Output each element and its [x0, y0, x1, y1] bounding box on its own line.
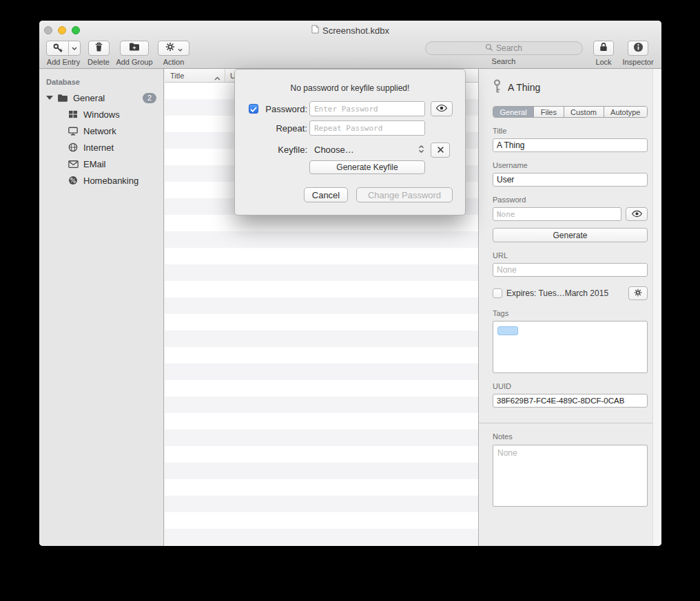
sidebar-item-windows[interactable]: Windows — [39, 106, 163, 123]
document-proxy-icon — [311, 25, 319, 36]
search-icon — [485, 42, 493, 54]
toolbar-action: Action — [158, 41, 189, 66]
lock-button[interactable] — [593, 41, 614, 56]
add-entry-label: Add Entry — [44, 58, 83, 66]
inspector-header: A Thing — [493, 80, 648, 95]
expires-settings-button[interactable] — [628, 286, 648, 300]
clear-keyfile-button[interactable] — [431, 143, 450, 158]
search-input[interactable]: Search — [425, 41, 583, 55]
dialog-repeat-input[interactable] — [309, 120, 425, 136]
change-password-button[interactable]: Change Password — [356, 187, 453, 202]
globe-icon — [67, 143, 79, 152]
sidebar-item-internet[interactable]: Internet — [39, 139, 163, 156]
delete-button[interactable] — [88, 41, 110, 56]
lock-label: Lock — [592, 58, 615, 66]
url-field[interactable] — [493, 263, 648, 277]
inspector-button[interactable] — [628, 41, 648, 56]
sidebar-item-label: Network — [83, 126, 116, 136]
url-field-label: URL — [493, 251, 648, 260]
expires-label: Expires: Tues…March 2015 — [506, 288, 624, 298]
sidebar: Database General 2 Windows Network Inter… — [39, 69, 164, 546]
add-entry-dropdown-button[interactable] — [68, 41, 80, 55]
windows-icon — [67, 110, 79, 118]
key-plus-icon — [47, 41, 68, 55]
keyfile-popup-button[interactable]: Choose… — [314, 145, 354, 155]
tab-autotype[interactable]: Autotype — [604, 107, 648, 117]
sidebar-item-general[interactable]: General 2 — [39, 89, 163, 106]
sidebar-item-label: Windows — [83, 109, 120, 120]
window-title: Screenshot.kdbx — [322, 25, 389, 36]
app-window: Screenshot.kdbx Add Entry Delete Add Gro… — [39, 21, 661, 546]
inspector-scrollbar[interactable] — [652, 69, 661, 546]
dialog-message: No password or keyfile supplied! — [235, 83, 465, 93]
tag-pill[interactable] — [497, 326, 518, 335]
toolbar-lock: Lock — [592, 41, 615, 66]
search-placeholder: Search — [496, 43, 522, 53]
action-button[interactable] — [158, 41, 189, 56]
add-entry-button[interactable] — [46, 41, 81, 56]
toolbar-search: Search Search — [424, 41, 584, 65]
gear-icon — [165, 42, 175, 54]
tags-box[interactable] — [493, 321, 648, 373]
tab-files[interactable]: Files — [534, 107, 564, 117]
close-icon — [437, 144, 444, 156]
dialog-password-input[interactable] — [309, 101, 425, 116]
folder-icon — [56, 94, 69, 103]
generate-password-button[interactable]: Generate — [493, 228, 648, 242]
show-password-button[interactable] — [626, 207, 648, 221]
expires-checkbox[interactable] — [493, 288, 502, 298]
disclosure-triangle-icon[interactable] — [46, 96, 53, 100]
title-field[interactable] — [493, 138, 648, 152]
folder-plus-icon — [129, 42, 140, 54]
uuid-field[interactable] — [493, 394, 648, 408]
sidebar-item-label: Internet — [83, 143, 114, 153]
dialog-password-label: Password: — [235, 104, 307, 114]
eye-icon — [435, 103, 448, 115]
add-group-label: Add Group — [114, 58, 155, 66]
uuid-label: UUID — [493, 382, 648, 390]
stepper-icon[interactable] — [418, 144, 424, 156]
inspector-tabs: General Files Custom Autotype — [493, 106, 648, 118]
username-field[interactable] — [493, 173, 648, 187]
sort-ascending-icon — [214, 74, 220, 82]
tab-custom[interactable]: Custom — [564, 107, 604, 117]
chevron-down-icon — [178, 42, 183, 54]
expires-row: Expires: Tues…March 2015 — [493, 286, 648, 300]
generate-keyfile-button[interactable]: Generate Keyfile — [309, 160, 425, 174]
add-group-button[interactable] — [120, 41, 149, 56]
dialog-show-password-button[interactable] — [431, 101, 453, 116]
username-field-label: Username — [493, 161, 648, 169]
sidebar-item-network[interactable]: Network — [39, 123, 163, 139]
sidebar-item-homebanking[interactable]: Homebanking — [39, 172, 163, 189]
monitor-icon — [67, 127, 79, 136]
inspector-label: Inspector — [619, 58, 657, 66]
column-divider[interactable] — [225, 69, 225, 82]
notes-label: Notes — [493, 432, 648, 441]
sidebar-section-header: Database — [46, 78, 163, 86]
delete-label: Delete — [86, 58, 111, 66]
sidebar-item-label: General — [73, 93, 105, 103]
notes-field[interactable] — [493, 445, 648, 507]
sidebar-item-label: Homebanking — [83, 176, 138, 186]
column-header-title[interactable]: Title — [170, 72, 184, 80]
info-circle-icon — [633, 42, 644, 55]
password-row — [493, 207, 648, 221]
inspector-divider — [479, 423, 661, 423]
sidebar-item-email[interactable]: EMail — [39, 156, 163, 172]
entry-count-badge: 2 — [143, 93, 156, 103]
tab-general[interactable]: General — [493, 107, 534, 117]
tags-label: Tags — [493, 309, 648, 317]
title-field-label: Title — [493, 127, 648, 135]
cancel-button[interactable]: Cancel — [304, 187, 348, 202]
toolbar-add-group: Add Group — [114, 41, 155, 66]
sidebar-item-label: EMail — [83, 159, 106, 169]
search-label: Search — [424, 57, 584, 65]
dialog-keyfile-label: Keyfile: — [235, 145, 307, 155]
action-label: Action — [158, 58, 189, 66]
toolbar-add-entry: Add Entry — [44, 41, 83, 66]
password-field[interactable] — [493, 207, 621, 221]
change-password-dialog: No password or keyfile supplied! Passwor… — [234, 69, 466, 215]
toolbar-inspector: Inspector — [619, 41, 657, 66]
inspector-panel: A Thing General Files Custom Autotype Ti… — [478, 69, 661, 546]
toolbar-delete: Delete — [86, 41, 111, 66]
